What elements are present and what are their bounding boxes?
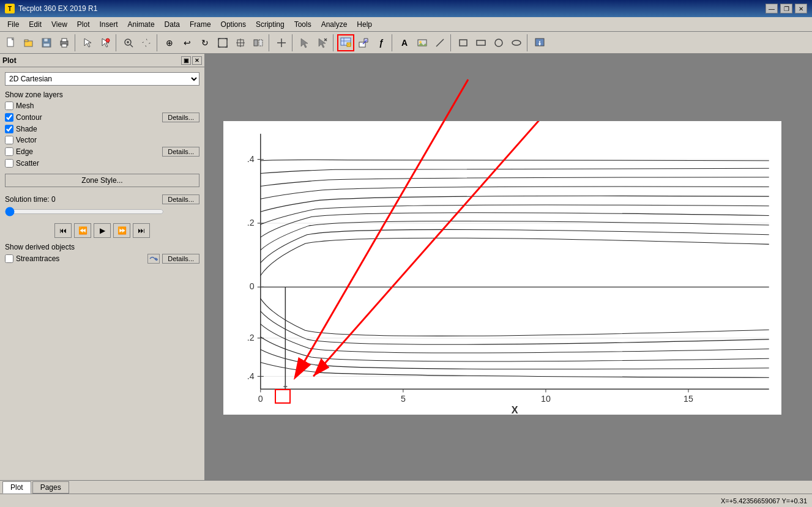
edge-details-btn[interactable]: Details... (162, 147, 199, 157)
toolbar-sep-8 (450, 34, 453, 51)
panel-close-btn[interactable]: ✕ (192, 56, 202, 65)
data-edit-button[interactable] (337, 34, 354, 51)
line-draw-button[interactable] (431, 34, 449, 51)
rotate-ccw[interactable]: ↻ (196, 34, 214, 51)
solution-details-btn[interactable]: Details... (162, 194, 199, 204)
rect2-button[interactable] (472, 34, 490, 51)
zone-style-btn[interactable]: Zone Style... (5, 174, 199, 187)
plot-type-container: 2D Cartesian 3D Cartesian Polar Sketch X… (5, 72, 199, 86)
coordinates-display: X=+5.42356659067 Y=+0.31 (721, 497, 807, 505)
fit-button[interactable] (214, 34, 231, 51)
formula-button[interactable]: ƒ (373, 34, 390, 51)
solution-slider[interactable] (5, 207, 164, 216)
toolbar-sep-4 (269, 34, 271, 51)
svg-marker-29 (319, 39, 326, 48)
pick2-button[interactable] (314, 34, 331, 51)
print-button[interactable] (56, 34, 73, 51)
step-fwd-btn[interactable]: ⏩ (113, 223, 130, 238)
toolbar-sep-7 (392, 34, 394, 51)
select-tool-2[interactable] (97, 34, 114, 51)
step-back-btn[interactable]: ⏪ (74, 223, 91, 238)
menu-options[interactable]: Options (216, 19, 251, 30)
canvas-bottom-gray (205, 415, 812, 480)
zoom-button[interactable] (120, 34, 137, 51)
svg-text:0: 0 (258, 394, 263, 404)
shade-row: Shade (5, 125, 199, 133)
toolbar-sep-3 (157, 34, 159, 51)
menu-animate[interactable]: Animate (123, 19, 160, 30)
toolbar-sep-2 (116, 34, 118, 51)
menu-plot[interactable]: Plot (72, 19, 95, 30)
play-btn[interactable]: ▶ (94, 223, 111, 238)
show-zone-layers-label: Show zone layers (5, 91, 199, 99)
svg-text:5: 5 (401, 394, 406, 404)
text-button[interactable]: A (396, 34, 413, 51)
derived-objects-label: Show derived objects (5, 243, 199, 251)
bottom-tabs: Plot Pages (0, 480, 812, 494)
svg-point-41 (419, 41, 422, 43)
toolbar: ⊕ ↩ ↻ ƒ A (0, 32, 812, 54)
pan-button[interactable] (138, 34, 155, 51)
menu-analyze[interactable]: Analyze (316, 19, 352, 30)
streamtraces-row: Streamtraces Details... (5, 254, 199, 264)
fit2-button[interactable] (232, 34, 249, 51)
solution-time-label: Solution time: 0 (5, 195, 56, 204)
minimize-button[interactable]: — (765, 4, 778, 13)
tab-plot[interactable]: Plot (2, 481, 31, 494)
contour-checkbox[interactable] (5, 113, 13, 122)
svg-text:.4: .4 (247, 154, 255, 164)
vector-label: Vector (16, 136, 199, 144)
svg-rect-2 (24, 40, 28, 42)
menu-edit[interactable]: Edit (24, 19, 47, 30)
close-button[interactable]: ✕ (795, 4, 807, 13)
svg-marker-18 (145, 43, 146, 47)
menu-view[interactable]: View (47, 19, 72, 30)
svg-text:X: X (512, 404, 518, 415)
menu-help[interactable]: Help (352, 19, 377, 30)
ellipse-button[interactable] (508, 34, 525, 51)
contour-details-btn[interactable]: Details... (162, 113, 199, 122)
image-button[interactable] (414, 34, 431, 51)
probe-button[interactable] (273, 34, 290, 51)
plot-type-select[interactable]: 2D Cartesian 3D Cartesian Polar Sketch X… (5, 72, 199, 86)
panel-controls: ▣ ✕ (181, 56, 202, 65)
mesh-checkbox[interactable] (5, 102, 13, 110)
export-button[interactable] (531, 34, 548, 51)
tab-pages[interactable]: Pages (32, 481, 69, 494)
goto-start-btn[interactable]: ⏮ (54, 223, 72, 238)
new-button[interactable] (2, 34, 20, 51)
shade-checkbox[interactable] (5, 125, 13, 133)
scatter-checkbox[interactable] (5, 159, 13, 168)
menu-data[interactable]: Data (160, 19, 185, 30)
vector-row: Vector (5, 136, 199, 144)
menu-tools[interactable]: Tools (289, 19, 316, 30)
goto-end-btn[interactable]: ⏭ (133, 223, 150, 238)
translate-button[interactable]: ⊕ (161, 34, 178, 51)
plot-area[interactable]: .4 .2 0 .2 .4 0 (223, 121, 781, 415)
menu-scripting[interactable]: Scripting (251, 19, 289, 30)
menu-frame[interactable]: Frame (185, 19, 216, 30)
vector-checkbox[interactable] (5, 136, 13, 144)
streamtraces-details-btn[interactable]: Details... (162, 254, 199, 264)
edge-checkbox[interactable] (5, 147, 13, 156)
svg-rect-24 (254, 40, 258, 46)
toolbar-sep-1 (75, 34, 77, 51)
rotate-cw[interactable]: ↩ (179, 34, 196, 51)
streamtraces-checkbox[interactable] (5, 254, 13, 263)
menu-insert[interactable]: Insert (95, 19, 123, 30)
select-tool[interactable] (79, 34, 96, 51)
open-button[interactable] (20, 34, 37, 51)
edit2-button[interactable] (355, 34, 372, 51)
panel-restore-btn[interactable]: ▣ (181, 56, 191, 65)
app-title: Tecplot 360 EX 2019 R1 (18, 4, 765, 13)
menu-file[interactable]: File (2, 19, 24, 30)
solution-time-row: Solution time: 0 Details... (5, 194, 199, 204)
restore-button[interactable]: ❐ (780, 4, 792, 13)
rect-button[interactable] (455, 34, 472, 51)
save-button[interactable] (38, 34, 55, 51)
toolbar-sep-5 (292, 34, 294, 51)
pick1-button[interactable] (296, 34, 313, 51)
circle-button[interactable] (490, 34, 507, 51)
mirror-button[interactable] (250, 34, 267, 51)
contour-label: Contour (16, 113, 160, 122)
